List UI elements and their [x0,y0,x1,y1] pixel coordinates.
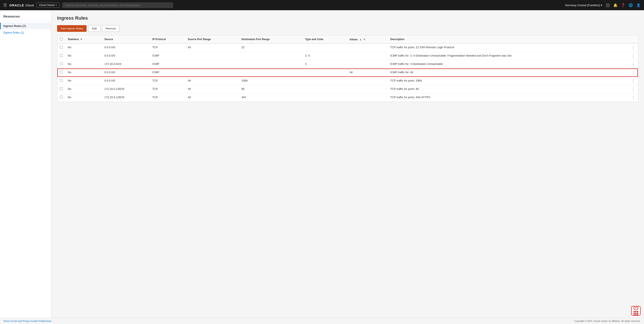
row-stateless: No [65,85,102,93]
edit-button[interactable]: Edit [88,25,100,32]
row-allows [347,60,388,69]
row-stateless: No [65,60,102,69]
footer: Terms of Use and Privacy Cookie Preferen… [0,318,644,324]
col-type-and-code: Type and Code [302,36,347,43]
row-action-menu-cell: ⋮ [629,69,638,77]
row-checkbox[interactable] [60,96,63,98]
row-checkbox[interactable] [60,54,63,57]
row-description: ICMP traffic for: 3, 4 Destination Unrea… [388,52,629,60]
profile-icon[interactable]: 👤 [636,3,640,7]
table-row: No 172.16.0.128/25 TCP All 80 TCP traffi… [57,85,638,93]
col-actions [629,36,638,43]
row-type-and-code [302,69,347,77]
col-source: Source [102,36,150,43]
row-action-menu-cell: ⋮ [629,93,638,102]
menu-icon[interactable]: ☰ [4,3,7,8]
global-search-input[interactable] [62,2,173,8]
row-allows [347,77,388,85]
stateless-sort-icon: ▾ [80,38,82,41]
row-checkbox-cell [57,77,65,85]
row-destination-port-range: 80 [239,85,302,93]
row-type-and-code: 3, 4 [302,52,347,60]
ingress-rules-table-wrapper: Stateless ▾ Source IP Protocol Source Po… [57,35,638,102]
toolbar: Add Ingress Rules Edit Remove [57,25,638,32]
row-action-menu-button[interactable]: ⋮ [632,87,635,91]
row-destination-port-range [239,52,302,60]
row-action-menu-button[interactable]: ⋮ [632,62,635,66]
row-ip-protocol: TCP [150,77,185,85]
row-source: 172.16.0.0/24 [102,60,150,69]
sidebar-item-egress-rules[interactable]: Egress Rules (1) [0,29,51,36]
row-ip-protocol: ICMP [150,52,185,60]
row-action-menu-button[interactable]: ⋮ [632,79,635,83]
table-body: No 0.0.0.0/0 TCP All 22 TCP traffic for … [57,43,638,102]
region-chevron-icon: ▾ [601,4,602,7]
col-ip-protocol: IP Protocol [150,36,185,43]
row-source-port-range [185,52,239,60]
row-source-port-range: All [185,43,239,52]
help-icon[interactable]: ❓ [621,3,625,7]
add-ingress-rules-button[interactable]: Add Ingress Rules [57,25,86,32]
cloud-wordmark: Cloud [25,4,34,7]
sidebar: Resources Ingress Rules (7) Egress Rules… [0,10,51,324]
row-action-menu-cell: ⋮ [629,60,638,69]
row-checkbox[interactable] [60,46,63,49]
row-action-menu-cell: ⋮ [629,43,638,52]
row-ip-protocol: TCP [150,43,185,52]
notifications-icon[interactable]: 🔔 [613,3,618,7]
row-ip-protocol: ICMP [150,69,185,77]
row-description: TCP traffic for ports: 22 SSH Remote Log… [388,43,629,52]
language-icon[interactable]: 🌐 [629,3,633,7]
terms-link[interactable]: Terms of Use and Privacy [4,320,30,322]
row-allows [347,85,388,93]
col-description: Description [388,36,629,43]
row-stateless: No [65,93,102,102]
table-row: No 0.0.0.0/0 ICMP All ICMP traffic for: … [57,69,638,77]
row-destination-port-range [239,69,302,77]
row-checkbox-cell [57,85,65,93]
row-description: ICMP traffic for: 3 Destination Unreacha… [388,60,629,69]
col-allows[interactable]: Allows ▲ ↖ [347,36,388,43]
table-row: No 172.16.0.0/24 ICMP 3 ICMP traffic for… [57,60,638,69]
row-stateless: No [65,69,102,77]
row-type-and-code [302,93,347,102]
row-type-and-code [302,43,347,52]
row-source: 0.0.0.0/0 [102,69,150,77]
sidebar-item-ingress-rules[interactable]: Ingress Rules (7) [0,23,51,29]
row-action-menu-cell: ⋮ [629,85,638,93]
main-content: Ingress Rules Add Ingress Rules Edit Rem… [51,10,644,324]
region-selector[interactable]: Germany Central (Frankfurt) ▾ [565,4,602,7]
row-checkbox[interactable] [60,62,63,65]
row-description: TCP traffic for ports: 80 [388,85,629,93]
row-source-port-range [185,69,239,77]
row-checkbox[interactable] [60,87,63,90]
cloud-classic-button[interactable]: Cloud Classic > [36,3,60,8]
cookie-link[interactable]: Cookie Preferences [31,320,51,322]
row-allows [347,52,388,60]
row-source: 0.0.0.0/0 [102,77,150,85]
help-widget[interactable]: ? [631,306,640,315]
row-stateless: No [65,52,102,60]
region-label: Germany Central (Frankfurt) [565,4,600,7]
remove-button[interactable]: Remove [102,25,120,32]
table-row: No 0.0.0.0/0 TCP All 22 TCP traffic for … [57,43,638,52]
row-destination-port-range: 22 [239,43,302,52]
row-action-menu-button[interactable]: ⋮ [632,46,635,50]
row-checkbox-cell [57,60,65,69]
row-action-menu-cell: ⋮ [629,52,638,60]
row-ip-protocol: TCP [150,85,185,93]
row-action-menu-button[interactable]: ⋮ [632,95,635,100]
row-checkbox-cell [57,43,65,52]
select-all-checkbox[interactable] [60,38,63,40]
row-checkbox[interactable] [60,79,63,82]
oracle-wordmark: ORACLE [10,4,24,7]
cloud-shell-icon[interactable]: ⬛ [606,3,610,7]
col-source-port-range: Source Port Range [185,36,239,43]
row-checkbox[interactable] [60,71,63,73]
row-allows [347,43,388,52]
row-action-menu-button[interactable]: ⋮ [632,54,635,58]
col-stateless[interactable]: Stateless ▾ [65,36,102,43]
row-source: 0.0.0.0/0 [102,52,150,60]
table-header-row: Stateless ▾ Source IP Protocol Source Po… [57,36,638,43]
row-action-menu-button[interactable]: ⋮ [632,70,635,75]
